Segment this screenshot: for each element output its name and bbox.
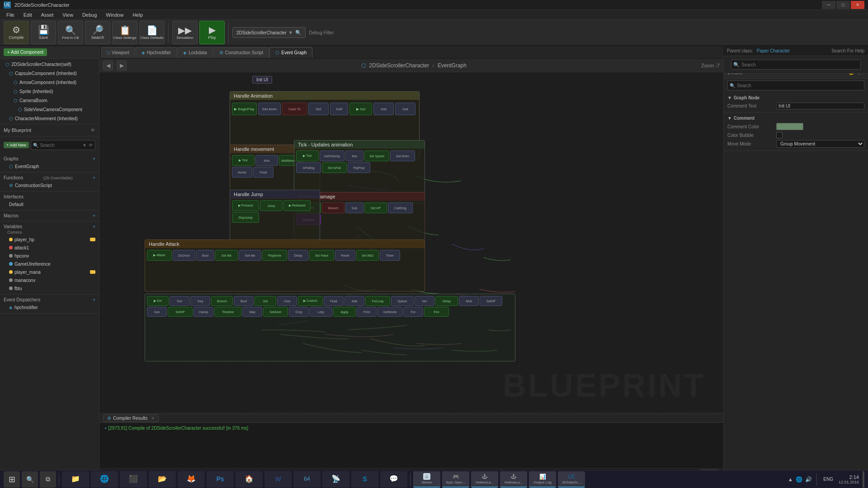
- node-set-fall[interactable]: Set IsFall: [322, 162, 347, 173]
- n12[interactable]: Spawn: [391, 296, 414, 306]
- comment-text-input[interactable]: Init UI: [776, 103, 864, 109]
- node-get-anim[interactable]: Get Anim: [258, 103, 281, 115]
- taskbar-hollow1[interactable]: 🕹 HollowLa...: [471, 471, 498, 488]
- search-button[interactable]: 🔎 Search: [85, 21, 110, 44]
- simulation-button[interactable]: ▶▶ Simulation: [172, 21, 198, 44]
- n11[interactable]: ForLoop: [365, 296, 390, 306]
- node-jump-press[interactable]: ▶ Pressed: [232, 200, 259, 211]
- menu-asset[interactable]: Asset: [37, 11, 58, 19]
- menu-help[interactable]: Help: [128, 11, 147, 19]
- interfaces-header[interactable]: Interfaces: [4, 193, 95, 200]
- n2[interactable]: Get: [170, 296, 189, 306]
- menu-edit[interactable]: Edit: [19, 11, 37, 19]
- node-axis[interactable]: Axis: [255, 155, 278, 166]
- macros-header[interactable]: Macros +: [4, 212, 95, 219]
- node-set-atk[interactable]: Set Atk: [215, 250, 238, 261]
- volume-icon[interactable]: 🔊: [805, 476, 812, 483]
- eye2-icon[interactable]: 👁: [89, 143, 93, 148]
- taskbar-explorer[interactable]: 📁: [62, 471, 89, 488]
- n25[interactable]: Apply: [333, 307, 356, 317]
- node-jump-release[interactable]: ▶ Released: [283, 200, 311, 211]
- n5[interactable]: Bool: [234, 296, 254, 306]
- taskbar-word[interactable]: W: [264, 471, 292, 488]
- n10[interactable]: Add: [344, 296, 364, 306]
- tab-event-graph[interactable]: ⬡ Event Graph: [269, 47, 312, 58]
- macros-add-button[interactable]: +: [93, 213, 95, 218]
- node-sub[interactable]: Sub: [345, 202, 363, 213]
- taskbar-photoshop[interactable]: Ps: [207, 471, 234, 488]
- var-attack1[interactable]: attack1: [4, 244, 95, 252]
- n27[interactable]: GetWorld: [377, 307, 402, 317]
- n13[interactable]: Vec: [415, 296, 434, 306]
- minimize-button[interactable]: ─: [822, 1, 835, 9]
- n4[interactable]: Branch: [211, 296, 233, 306]
- close-button[interactable]: ✕: [851, 1, 864, 9]
- node-set-atk2[interactable]: Set Atk2: [356, 250, 379, 261]
- tree-item-sideview[interactable]: ⬡ SideViewCameraComponent: [0, 105, 99, 114]
- variables-add-button[interactable]: +: [93, 224, 95, 229]
- large-bottom-comment[interactable]: ▶ Evt Get Seq Branch Bool Set Cast ▶ Cus…: [145, 294, 515, 361]
- nav-forward-button[interactable]: ▶: [117, 61, 127, 70]
- n6[interactable]: Set: [255, 296, 276, 306]
- graphs-add-button[interactable]: +: [93, 156, 95, 161]
- n19[interactable]: Clamp: [193, 307, 213, 317]
- clock[interactable]: 2:14 12.01.2016: [839, 474, 859, 484]
- taskbar-unreal64[interactable]: 64: [293, 471, 321, 488]
- taskbar-chrome[interactable]: 🌐: [91, 471, 118, 488]
- taskbar-cmd[interactable]: ⬛: [120, 471, 147, 488]
- details-search-input[interactable]: [737, 83, 862, 88]
- nav-back-button[interactable]: ◀: [103, 61, 113, 70]
- lang-indicator[interactable]: ENG: [821, 477, 835, 482]
- tab-construction-script[interactable]: ⚙ Construction Script: [213, 47, 269, 58]
- class-defaults-button[interactable]: 📄 Class Defaults: [139, 21, 165, 44]
- node-timer[interactable]: Timer: [380, 250, 400, 261]
- variables-header[interactable]: Variables +: [4, 223, 95, 230]
- node-is-fall[interactable]: IsFalling: [296, 162, 321, 173]
- functions-add-button[interactable]: +: [93, 175, 95, 180]
- node-get2[interactable]: Get: [373, 103, 394, 115]
- n28[interactable]: For: [403, 307, 423, 317]
- var-player-mana[interactable]: player_mana: [4, 268, 95, 276]
- n24[interactable]: Lerp: [310, 307, 332, 317]
- menu-file[interactable]: File: [2, 11, 19, 19]
- class-settings-button[interactable]: 📋 Class Settings: [112, 21, 137, 44]
- taskbar-steam[interactable]: ♨ Steam: [413, 471, 440, 488]
- var-gameuireference[interactable]: GameUIreference: [4, 260, 95, 268]
- taskbar-output-log[interactable]: 📊 Output Log: [529, 471, 556, 488]
- node-branch[interactable]: Branch: [322, 202, 344, 213]
- node-do-once[interactable]: DoOnce: [173, 250, 195, 261]
- node-vec[interactable]: Vector: [232, 167, 252, 178]
- taskbar-epic[interactable]: 🎮 Epic Gam...: [442, 471, 469, 488]
- taskbar-explorer2[interactable]: 📂: [149, 471, 176, 488]
- n17[interactable]: Sub: [147, 307, 167, 317]
- var-manaconv[interactable]: manaconv: [4, 276, 95, 284]
- n3[interactable]: Seq: [190, 296, 210, 306]
- tree-item-sprite[interactable]: ⬡ Sprite (Inherited): [0, 87, 99, 96]
- comment-color-swatch[interactable]: [776, 123, 803, 130]
- maximize-button[interactable]: □: [836, 1, 850, 9]
- node-play-anim[interactable]: PlayAnim: [262, 250, 287, 261]
- add-new-button[interactable]: + Add New: [4, 142, 29, 148]
- node-set1[interactable]: Set: [308, 103, 329, 115]
- debug-search-icon[interactable]: 🔍: [295, 30, 302, 36]
- n7[interactable]: Cast: [277, 296, 297, 306]
- node-jump[interactable]: Jump: [260, 200, 283, 211]
- move-mode-select[interactable]: Group Movement: [776, 140, 864, 148]
- compile-button[interactable]: ⚙ Compile: [4, 21, 29, 44]
- hpchnotifier-item[interactable]: ◈ hpchnotifier: [4, 303, 95, 311]
- menu-view[interactable]: View: [58, 11, 78, 19]
- graph-canvas[interactable]: Init UI Handle Animation ▶ BeginPlay Get…: [99, 72, 723, 413]
- show-desktop-button[interactable]: [863, 471, 864, 488]
- dispatchers-add-button[interactable]: +: [93, 297, 95, 302]
- n26[interactable]: Print: [357, 307, 377, 317]
- node-delay1[interactable]: Delay: [288, 250, 308, 261]
- event-dispatchers-header[interactable]: Event Dispatchers +: [4, 296, 95, 303]
- var-fbtu[interactable]: fbtu: [4, 284, 95, 292]
- tree-item-charmovement[interactable]: ⬡ CharacterMovement (Inherited): [0, 114, 99, 123]
- taskbar-palace[interactable]: 🏠: [236, 471, 263, 488]
- taskbar-dispatcher[interactable]: 📡: [322, 471, 349, 488]
- node-get-anim2[interactable]: Get Anim: [390, 150, 415, 161]
- node-get3[interactable]: Get: [395, 103, 415, 115]
- node-stop-jump[interactable]: StopJump: [232, 212, 259, 223]
- node-abs[interactable]: Abs: [345, 150, 363, 161]
